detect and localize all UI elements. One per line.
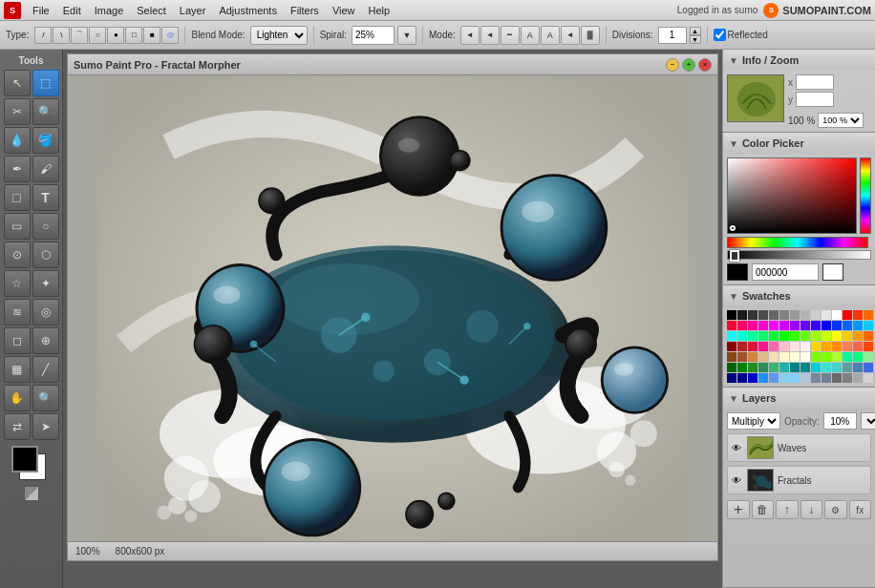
swatch-color-52[interactable] bbox=[832, 342, 842, 351]
swatch-color-91[interactable] bbox=[800, 373, 810, 383]
swatch-color-51[interactable] bbox=[822, 342, 831, 351]
layer-item-fractals[interactable]: 👁 Fractals bbox=[727, 466, 871, 494]
lightness-thumb[interactable] bbox=[730, 250, 739, 262]
swatch-color-19[interactable] bbox=[779, 321, 789, 330]
layer-fx-btn[interactable]: fx bbox=[849, 500, 872, 519]
delete-layer-btn[interactable]: 🗑 bbox=[752, 500, 775, 519]
swatches-header[interactable]: ▼ Swatches bbox=[723, 285, 875, 306]
swatch-color-71[interactable] bbox=[737, 363, 747, 372]
canvas-content[interactable] bbox=[68, 75, 717, 541]
swatch-color-12[interactable] bbox=[853, 310, 863, 320]
layer-item-waves[interactable]: 👁 Waves bbox=[727, 433, 871, 462]
swatch-color-85[interactable] bbox=[737, 373, 747, 383]
swatch-color-53[interactable] bbox=[843, 342, 852, 351]
color-picker-header[interactable]: ▼ Color Picker bbox=[723, 133, 875, 154]
swatch-color-24[interactable] bbox=[832, 321, 842, 330]
info-zoom-header[interactable]: ▼ Info / Zoom bbox=[723, 50, 875, 71]
swatch-color-16[interactable] bbox=[748, 321, 758, 330]
swatch-color-10[interactable] bbox=[832, 310, 842, 320]
move-down-layer-btn[interactable]: ↓ bbox=[800, 500, 823, 519]
swatch-color-15[interactable] bbox=[737, 321, 747, 330]
opacity-input[interactable] bbox=[823, 412, 857, 430]
menu-view[interactable]: View bbox=[327, 3, 361, 18]
layers-header[interactable]: ▼ Layers bbox=[723, 388, 875, 409]
mode-btn6[interactable]: ◄ bbox=[561, 26, 580, 45]
maximize-btn[interactable]: + bbox=[682, 58, 695, 72]
divisions-down-btn[interactable]: ▼ bbox=[690, 35, 701, 44]
gradient-tool-btn[interactable]: ▦ bbox=[4, 356, 31, 383]
rect-tool-btn[interactable]: □ bbox=[125, 27, 142, 44]
swatch-color-21[interactable] bbox=[800, 321, 810, 330]
text-tool-btn[interactable]: T bbox=[32, 184, 59, 211]
arrow2-btn[interactable]: ➤ bbox=[32, 413, 59, 440]
swatch-color-32[interactable] bbox=[769, 331, 779, 341]
swatch-color-62[interactable] bbox=[790, 352, 800, 362]
swatch-color-93[interactable] bbox=[822, 373, 831, 383]
swatch-color-20[interactable] bbox=[790, 321, 800, 330]
swatch-color-72[interactable] bbox=[748, 363, 758, 372]
swatch-color-74[interactable] bbox=[769, 363, 779, 372]
swatch-color-79[interactable] bbox=[822, 363, 831, 372]
swatch-color-90[interactable] bbox=[790, 373, 800, 383]
swatch-color-57[interactable] bbox=[737, 352, 747, 362]
opacity-dropdown[interactable]: ▼ bbox=[861, 412, 875, 430]
new-layer-btn[interactable]: + bbox=[727, 500, 750, 519]
crop-tool-btn[interactable]: ✂ bbox=[4, 98, 31, 125]
swatch-color-17[interactable] bbox=[758, 321, 768, 330]
swatch-color-83[interactable] bbox=[864, 363, 873, 372]
divisions-input[interactable] bbox=[658, 27, 687, 44]
y-input[interactable] bbox=[796, 92, 834, 107]
swatch-color-30[interactable] bbox=[748, 331, 758, 341]
swatch-color-18[interactable] bbox=[769, 321, 779, 330]
zoom2-tool-btn[interactable]: 🔍 bbox=[32, 385, 59, 411]
star-tool-btn[interactable]: ☆ bbox=[4, 270, 31, 297]
hex-color-input[interactable]: 000000 bbox=[752, 263, 819, 281]
menu-help[interactable]: Help bbox=[363, 3, 396, 18]
swatch-color-54[interactable] bbox=[853, 342, 863, 351]
reflected-checkbox[interactable] bbox=[714, 29, 726, 41]
mode-btn4[interactable]: A bbox=[521, 26, 540, 45]
swatch-color-66[interactable] bbox=[832, 352, 842, 362]
swatch-color-68[interactable] bbox=[853, 352, 863, 362]
fill-tool-btn[interactable]: 🪣 bbox=[32, 127, 59, 154]
swatch-color-97[interactable] bbox=[864, 373, 873, 383]
menu-edit[interactable]: Edit bbox=[57, 3, 87, 18]
swatch-color-1[interactable] bbox=[737, 310, 747, 320]
swatch-color-89[interactable] bbox=[779, 373, 789, 383]
mode-btn1[interactable]: ◄ bbox=[460, 26, 480, 45]
zoom-select[interactable]: 100 % 50 % 200 % bbox=[818, 113, 864, 128]
blend-mode-select[interactable]: Lighten Normal Multiply bbox=[250, 26, 308, 45]
brush-tool-btn[interactable]: 🖌 bbox=[32, 156, 59, 182]
swatch-color-23[interactable] bbox=[822, 321, 831, 330]
swatch-color-95[interactable] bbox=[843, 373, 852, 383]
smudge-tool-btn[interactable]: ≋ bbox=[4, 299, 31, 326]
mode-btn5[interactable]: A bbox=[541, 26, 560, 45]
swatch-color-48[interactable] bbox=[790, 342, 800, 351]
swatch-color-38[interactable] bbox=[832, 331, 842, 341]
mode-btn2[interactable]: ◄ bbox=[480, 26, 500, 45]
color-gradient-picker[interactable] bbox=[727, 158, 857, 234]
swatch-color-56[interactable] bbox=[727, 352, 736, 362]
swatch-color-63[interactable] bbox=[800, 352, 810, 362]
move-up-layer-btn[interactable]: ↑ bbox=[776, 500, 799, 519]
divisions-up-btn[interactable]: ▲ bbox=[690, 27, 701, 35]
swatch-color-42[interactable] bbox=[727, 342, 736, 351]
swatch-color-45[interactable] bbox=[758, 342, 768, 351]
arc-tool-btn[interactable]: ⌒ bbox=[71, 27, 88, 44]
swatch-color-67[interactable] bbox=[843, 352, 852, 362]
spiral-tool-btn[interactable]: @ bbox=[161, 27, 179, 44]
swatch-color-55[interactable] bbox=[864, 342, 873, 351]
filled-circle-btn[interactable]: ● bbox=[107, 27, 124, 44]
swatch-color-27[interactable] bbox=[864, 321, 873, 330]
swatch-color-88[interactable] bbox=[769, 373, 779, 383]
swatch-color-50[interactable] bbox=[811, 342, 821, 351]
swatch-color-47[interactable] bbox=[779, 342, 789, 351]
menu-filters[interactable]: Filters bbox=[285, 3, 325, 18]
swatch-color-11[interactable] bbox=[843, 310, 852, 320]
swatch-color-78[interactable] bbox=[811, 363, 821, 372]
swatch-color-44[interactable] bbox=[748, 342, 758, 351]
swatch-color-13[interactable] bbox=[864, 310, 873, 320]
swatch-color-77[interactable] bbox=[800, 363, 810, 372]
swatch-color-29[interactable] bbox=[737, 331, 747, 341]
swatch-color-39[interactable] bbox=[843, 331, 852, 341]
